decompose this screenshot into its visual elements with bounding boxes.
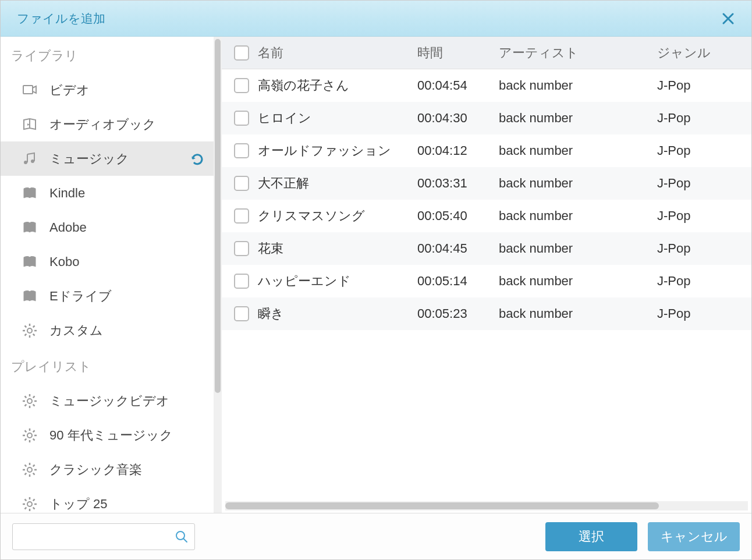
cell-name: ハッピーエンド bbox=[254, 272, 417, 290]
sidebar-item[interactable]: Eドライブ bbox=[1, 279, 222, 313]
cell-time: 00:04:54 bbox=[417, 78, 499, 93]
column-header-time[interactable]: 時間 bbox=[417, 44, 499, 62]
sidebar-item[interactable]: オーディオブック bbox=[1, 107, 222, 141]
search-icon[interactable] bbox=[175, 530, 189, 544]
cell-time: 00:04:30 bbox=[417, 111, 499, 126]
table-row[interactable]: 瞬き00:05:23back numberJ-Pop bbox=[222, 297, 751, 330]
sidebar-section-header: プレイリスト bbox=[1, 348, 222, 384]
cell-genre: J-Pop bbox=[657, 143, 751, 158]
table-row[interactable]: 大不正解00:03:31back numberJ-Pop bbox=[222, 167, 751, 200]
row-checkbox[interactable] bbox=[234, 241, 249, 256]
sidebar-item-label: Kindle bbox=[49, 186, 222, 201]
horizontal-scrollbar[interactable] bbox=[225, 501, 748, 511]
cell-artist: back number bbox=[499, 111, 657, 126]
sidebar-item-label: Eドライブ bbox=[49, 288, 222, 305]
select-all-checkbox[interactable] bbox=[234, 45, 249, 61]
gear-icon bbox=[20, 460, 39, 479]
cell-name: クリスマスソング bbox=[254, 207, 417, 225]
row-checkbox-cell bbox=[229, 208, 254, 224]
table-row[interactable]: クリスマスソング00:05:40back numberJ-Pop bbox=[222, 200, 751, 232]
gear-icon bbox=[20, 495, 39, 513]
cell-genre: J-Pop bbox=[657, 241, 751, 256]
row-checkbox-cell bbox=[229, 241, 254, 256]
table-row[interactable]: 花束00:04:45back numberJ-Pop bbox=[222, 232, 751, 265]
sidebar-item[interactable]: ビデオ bbox=[1, 73, 222, 107]
table-row[interactable]: ヒロイン00:04:30back numberJ-Pop bbox=[222, 102, 751, 134]
titlebar: ファイルを追加 bbox=[1, 1, 751, 37]
cell-name: 高嶺の花子さん bbox=[254, 77, 417, 94]
table-header: 名前 時間 アーティスト ジャンル bbox=[222, 37, 751, 69]
cell-genre: J-Pop bbox=[657, 306, 751, 321]
sidebar-item[interactable]: クラシック音楽 bbox=[1, 452, 222, 487]
book-icon bbox=[20, 218, 39, 237]
sidebar-item[interactable]: ミュージックビデオ bbox=[1, 384, 222, 418]
row-checkbox[interactable] bbox=[234, 274, 249, 289]
cell-name: 大不正解 bbox=[254, 175, 417, 192]
cell-time: 00:04:45 bbox=[417, 241, 499, 256]
cell-time: 00:04:12 bbox=[417, 143, 499, 158]
close-button[interactable] bbox=[719, 9, 737, 28]
header-checkbox-cell bbox=[229, 45, 254, 61]
sidebar-item-label: カスタム bbox=[49, 322, 222, 339]
table-row[interactable]: ハッピーエンド00:05:14back numberJ-Pop bbox=[222, 265, 751, 297]
cell-genre: J-Pop bbox=[657, 78, 751, 93]
sidebar-item[interactable]: カスタム bbox=[1, 313, 222, 348]
table-row[interactable]: オールドファッション00:04:12back numberJ-Pop bbox=[222, 134, 751, 167]
video-icon bbox=[20, 81, 39, 100]
column-header-genre[interactable]: ジャンル bbox=[657, 44, 751, 62]
scrollbar-thumb[interactable] bbox=[215, 39, 221, 393]
row-checkbox-cell bbox=[229, 78, 254, 93]
gear-icon bbox=[20, 392, 39, 410]
table-body: 高嶺の花子さん00:04:54back numberJ-Popヒロイン00:04… bbox=[222, 69, 751, 501]
search-input[interactable] bbox=[19, 530, 175, 543]
sidebar: ライブラリビデオオーディオブックミュージックKindleAdobeKoboEドラ… bbox=[1, 37, 222, 513]
row-checkbox[interactable] bbox=[234, 78, 249, 93]
cell-genre: J-Pop bbox=[657, 111, 751, 126]
cell-genre: J-Pop bbox=[657, 176, 751, 191]
column-header-name[interactable]: 名前 bbox=[254, 44, 417, 62]
sidebar-item-label: ミュージックビデオ bbox=[49, 392, 222, 410]
row-checkbox-cell bbox=[229, 176, 254, 191]
book-icon bbox=[20, 253, 39, 271]
cell-time: 00:05:14 bbox=[417, 274, 499, 289]
sidebar-item[interactable]: トップ 25 bbox=[1, 487, 222, 513]
footer: 選択 キャンセル bbox=[1, 513, 751, 559]
refresh-icon[interactable] bbox=[190, 152, 204, 166]
cancel-button[interactable]: キャンセル bbox=[648, 522, 740, 551]
search-box[interactable] bbox=[12, 523, 195, 550]
music-icon bbox=[20, 150, 39, 168]
sidebar-item-label: オーディオブック bbox=[49, 116, 222, 133]
sidebar-item-label: 90 年代ミュージック bbox=[49, 427, 222, 444]
sidebar-item[interactable]: 90 年代ミュージック bbox=[1, 418, 222, 452]
window-title: ファイルを追加 bbox=[17, 10, 105, 27]
sidebar-item[interactable]: ミュージック bbox=[1, 141, 222, 176]
row-checkbox[interactable] bbox=[234, 176, 249, 191]
cell-artist: back number bbox=[499, 241, 657, 256]
cell-artist: back number bbox=[499, 306, 657, 321]
cell-name: ヒロイン bbox=[254, 109, 417, 127]
sidebar-scrollbar[interactable] bbox=[214, 37, 222, 513]
row-checkbox-cell bbox=[229, 143, 254, 158]
cell-genre: J-Pop bbox=[657, 274, 751, 289]
sidebar-item-label: Kobo bbox=[49, 254, 222, 270]
row-checkbox[interactable] bbox=[234, 306, 249, 321]
table-row[interactable]: 高嶺の花子さん00:04:54back numberJ-Pop bbox=[222, 69, 751, 102]
row-checkbox[interactable] bbox=[234, 111, 249, 126]
row-checkbox[interactable] bbox=[234, 208, 249, 224]
cell-artist: back number bbox=[499, 274, 657, 289]
row-checkbox[interactable] bbox=[234, 143, 249, 158]
cell-artist: back number bbox=[499, 176, 657, 191]
sidebar-item[interactable]: Kindle bbox=[1, 176, 222, 210]
column-header-artist[interactable]: アーティスト bbox=[499, 44, 657, 62]
cell-name: 瞬き bbox=[254, 305, 417, 322]
select-button[interactable]: 選択 bbox=[545, 522, 637, 551]
sidebar-item-label: ミュージック bbox=[49, 150, 190, 168]
sidebar-item[interactable]: Kobo bbox=[1, 244, 222, 279]
book-icon bbox=[20, 287, 39, 306]
horizontal-scrollbar-thumb[interactable] bbox=[225, 502, 659, 509]
sidebar-item-label: トップ 25 bbox=[49, 495, 222, 513]
gear-icon bbox=[20, 321, 39, 340]
cell-name: 花束 bbox=[254, 240, 417, 257]
cell-artist: back number bbox=[499, 143, 657, 158]
sidebar-item[interactable]: Adobe bbox=[1, 210, 222, 244]
